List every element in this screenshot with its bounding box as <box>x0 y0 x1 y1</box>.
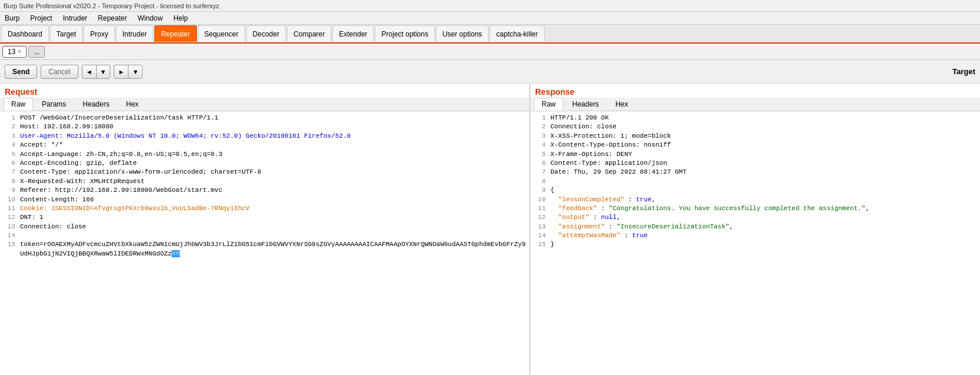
repeater-tab-more[interactable]: ... <box>28 46 45 58</box>
code-line: 9Referer: http://192.168.2.99:18080/WebG… <box>2 186 527 195</box>
cancel-button[interactable]: Cancel <box>41 65 78 79</box>
request-tab-raw[interactable]: Raw <box>4 98 33 111</box>
request-section-label: Request <box>0 84 529 98</box>
tab-intruder[interactable]: Intruder <box>116 25 153 42</box>
repeater-tab-13[interactable]: 13 × <box>2 46 27 58</box>
code-line: 5Accept-Language: zh-CN,zh;q=0.8,en-US;q… <box>2 150 527 159</box>
request-tab-hex[interactable]: Hex <box>118 98 146 111</box>
code-line: 5X-Frame-Options: DENY <box>533 150 978 159</box>
code-line: 10 "lessonCompleted" : true, <box>533 195 978 204</box>
code-line: 13Connection: close <box>2 223 527 231</box>
menu-project[interactable]: Project <box>28 13 54 24</box>
menu-intruder[interactable]: Intruder <box>61 13 90 24</box>
request-sub-tabs: Raw Params Headers Hex <box>0 98 529 111</box>
tab-user-options[interactable]: User options <box>436 25 489 42</box>
request-panel: Request Raw Params Headers Hex 1POST /We… <box>0 84 530 375</box>
response-body[interactable]: 1HTTP/1.1 200 OK2Connection: close3X-XSS… <box>530 111 980 375</box>
request-tab-params[interactable]: Params <box>34 98 74 111</box>
code-line: 12DNT: 1 <box>2 213 527 222</box>
title-text: Burp Suite Professional v2020.2 - Tempor… <box>4 2 219 9</box>
main-tab-bar: Dashboard Target Proxy Intruder Repeater… <box>0 25 980 44</box>
code-line: 3X-XSS-Protection: 1; mode=block <box>533 132 978 141</box>
tab-extender[interactable]: Extender <box>332 25 374 42</box>
response-panel: Response Raw Headers Hex 1HTTP/1.1 200 O… <box>530 84 980 375</box>
response-tab-headers[interactable]: Headers <box>565 98 606 111</box>
code-line: 2Connection: close <box>533 122 978 131</box>
send-button[interactable]: Send <box>5 65 37 79</box>
code-line: 14 "attemptWasMade" : true <box>533 231 978 240</box>
tab-dashboard[interactable]: Dashboard <box>1 25 49 42</box>
code-line: 14 <box>2 231 527 240</box>
response-tab-raw[interactable]: Raw <box>534 98 563 111</box>
code-line: 9{ <box>533 186 978 195</box>
code-line: 6Accept-Encoding: gzip, deflate <box>2 159 527 168</box>
code-line: 1POST /WebGoat/InsecureDeserialization/t… <box>2 114 527 122</box>
code-line: 15token=rOOAEXMyADFvcmcuZHVtbXkuaW5zZWN1… <box>2 240 527 258</box>
repeater-tab-more-label: ... <box>34 48 39 56</box>
back-button[interactable]: ◄ <box>83 65 97 78</box>
code-line: 7Date: Thu, 29 Sep 2022 08:41:27 GMT <box>533 168 978 177</box>
repeater-tab-bar: 13 × ... <box>0 44 980 60</box>
tab-sequencer[interactable]: Sequencer <box>198 25 245 42</box>
code-line: 11 "feedback" : "Congratulations. You ha… <box>533 204 978 213</box>
menu-bar: Burp Project Intruder Repeater Window He… <box>0 12 980 25</box>
code-line: 6Content-Type: application/json <box>533 159 978 168</box>
menu-window[interactable]: Window <box>135 13 165 24</box>
tab-decoder[interactable]: Decoder <box>246 25 286 42</box>
target-label: Target <box>952 67 975 76</box>
code-line: 1HTTP/1.1 200 OK <box>533 114 978 122</box>
code-line: 3User-Agent: Mozilla/5.0 (Windows NT 10.… <box>2 132 527 141</box>
main-content: Request Raw Params Headers Hex 1POST /We… <box>0 84 980 375</box>
request-tab-headers[interactable]: Headers <box>75 98 117 111</box>
tab-project-options[interactable]: Project options <box>375 25 434 42</box>
forward-nav-group: ► ▼ <box>114 65 143 79</box>
forward-button[interactable]: ► <box>114 65 128 78</box>
tab-proxy[interactable]: Proxy <box>84 25 115 42</box>
code-line: 10Content-Length: 166 <box>2 195 527 204</box>
back-nav-group: ◄ ▼ <box>82 65 111 79</box>
tab-repeater[interactable]: Repeater <box>154 25 196 42</box>
code-line: 4Accept: */* <box>2 141 527 150</box>
title-bar: Burp Suite Professional v2020.2 - Tempor… <box>0 0 980 12</box>
code-line: 8 <box>533 177 978 186</box>
code-line: 4X-Content-Type-Options: nosniff <box>533 141 978 150</box>
repeater-tab-13-label: 13 <box>8 48 15 56</box>
back-dropdown-button[interactable]: ▼ <box>97 65 110 78</box>
code-line: 13 "assignment" : "InsecureDeserializati… <box>533 223 978 231</box>
toolbar: Send Cancel ◄ ▼ ► ▼ Target <box>0 60 980 84</box>
code-line: 15} <box>533 240 978 249</box>
forward-dropdown-button[interactable]: ▼ <box>128 65 142 78</box>
tab-comparer[interactable]: Comparer <box>287 25 331 42</box>
repeater-tab-13-close[interactable]: × <box>18 48 21 55</box>
code-line: 11Cookie: JSESSIONID=AfvgtsgtPKXrb9wxulb… <box>2 204 527 213</box>
code-line: 12 "output" : null, <box>533 213 978 222</box>
response-tab-hex[interactable]: Hex <box>608 98 635 111</box>
code-line: 7Content-Type: application/x-www-form-ur… <box>2 168 527 177</box>
response-section-label: Response <box>530 84 980 98</box>
code-line: 2Host: 192.168.2.99:18080 <box>2 122 527 131</box>
menu-repeater[interactable]: Repeater <box>95 13 129 24</box>
response-sub-tabs: Raw Headers Hex <box>530 98 980 111</box>
menu-help[interactable]: Help <box>171 13 190 24</box>
menu-burp[interactable]: Burp <box>2 13 22 24</box>
tab-captcha-killer[interactable]: captcha-killer <box>490 25 545 42</box>
request-body[interactable]: 1POST /WebGoat/InsecureDeserialization/t… <box>0 111 529 375</box>
code-line: 8X-Requested-With: XMLHttpRequest <box>2 177 527 186</box>
tab-target[interactable]: Target <box>50 25 83 42</box>
